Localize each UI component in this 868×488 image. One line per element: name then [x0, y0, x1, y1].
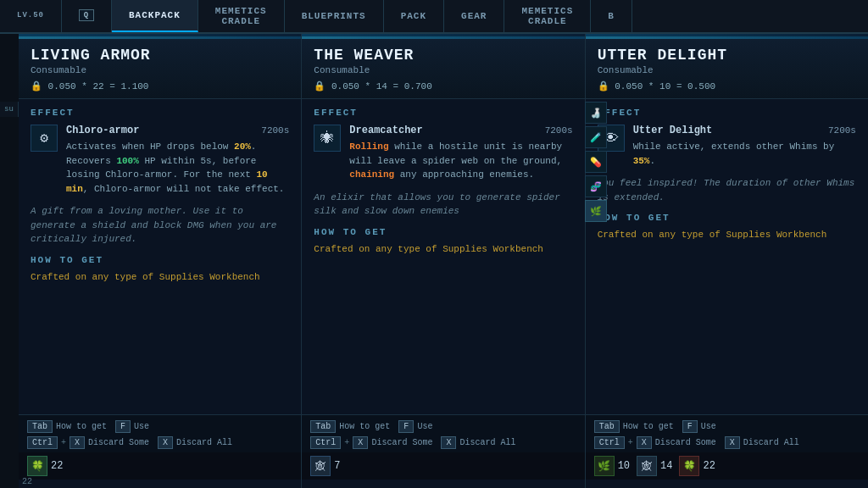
- side-item-2[interactable]: 🧪: [585, 126, 607, 148]
- effect-row-2: 🕷 Dreamcatcher 7200s Rolling while a hos…: [314, 125, 572, 182]
- count-icon-3a: 🌿: [594, 456, 615, 476]
- x-key-1b[interactable]: X: [158, 436, 173, 449]
- discard-some-label-1: Discard Some: [88, 438, 149, 447]
- highlight-chaining: chaining: [349, 169, 394, 180]
- f-key-2[interactable]: F: [398, 420, 414, 433]
- utter-delight-footer: Tab How to get F Use Ctrl + X Discard So…: [586, 414, 868, 452]
- utter-delight-duration: 7200s: [828, 125, 856, 136]
- tab-key-2[interactable]: Tab: [310, 420, 336, 433]
- side-item-3[interactable]: 💊: [585, 151, 607, 173]
- dreamcatcher-content: Dreamcatcher 7200s Rolling while a hosti…: [349, 125, 572, 182]
- nav-tab-pack[interactable]: PACK: [384, 0, 444, 32]
- side-items-strip: 🍶 🧪 💊 🧬 🌿: [585, 102, 609, 222]
- living-armor-header: LIVING ARMOR Consumable 🔒 0.050 * 22 = 1…: [19, 36, 301, 99]
- q-key: Q: [79, 9, 94, 21]
- highlight-100pct: 100%: [116, 156, 138, 166]
- utter-delight-header: UTTER DELIGHT Consumable 🔒 0.050 * 10 = …: [586, 36, 868, 99]
- plus-3: +: [628, 438, 633, 447]
- x-key-3b[interactable]: X: [725, 436, 740, 449]
- the-weaver-weight: 🔒 0.050 * 14 = 0.700: [314, 80, 572, 92]
- count-num-2: 7: [334, 460, 340, 472]
- controls-row-3a: Tab How to get F Use: [594, 420, 860, 433]
- chloro-armor-duration: 7200s: [261, 125, 289, 136]
- dreamcatcher-desc: Rolling while a hostile unit is nearby w…: [349, 140, 572, 182]
- tab-key-1[interactable]: Tab: [27, 420, 53, 433]
- side-item-5[interactable]: 🌿: [585, 200, 607, 222]
- ctrl-key-3[interactable]: Ctrl: [594, 436, 625, 449]
- x-key-3a[interactable]: X: [637, 436, 652, 449]
- card-living-armor: LIVING ARMOR Consumable 🔒 0.050 * 22 = 1…: [19, 34, 302, 488]
- nav-tab-level[interactable]: Lv.50: [0, 0, 62, 32]
- x-key-2a[interactable]: X: [353, 436, 368, 449]
- left-indicator: su: [0, 102, 19, 117]
- living-armor-counts: 🍀 22: [19, 452, 301, 480]
- highlight-35pct: 35%: [633, 156, 650, 166]
- discard-all-label-3: Discard All: [743, 438, 799, 447]
- utter-delight-effect-desc: While active, extends other Whims by 35%…: [633, 140, 856, 168]
- x-key-2b[interactable]: X: [441, 436, 456, 449]
- how-to-get-label-3: HOW TO GET: [598, 213, 856, 223]
- nav-tab-b[interactable]: B: [591, 0, 632, 32]
- living-armor-type: Consumable: [31, 65, 289, 75]
- discard-all-label-2: Discard All: [459, 438, 515, 447]
- memetics2-label: MEMETICS: [521, 6, 573, 16]
- nav-tab-blueprints[interactable]: BLUEPRINTS: [285, 0, 384, 32]
- the-weaver-footer: Tab How to get F Use Ctrl + X Discard So…: [302, 414, 584, 452]
- utter-delight-flavor: You feel inspired! The duration of other…: [598, 176, 856, 204]
- how-to-get-key-label-1: How to get: [56, 422, 107, 431]
- count-num-1: 22: [51, 460, 63, 472]
- f-key-3[interactable]: F: [682, 420, 698, 433]
- utter-delight-effect-name: Utter Delight: [633, 125, 713, 136]
- how-to-get-label-1: HOW TO GET: [31, 255, 289, 265]
- living-armor-weight: 🔒 0.050 * 22 = 1.100: [31, 80, 289, 92]
- chloro-armor-name: Chloro-armor: [66, 125, 139, 136]
- controls-row-2a: Tab How to get F Use: [310, 420, 576, 433]
- ctrl-key-2[interactable]: Ctrl: [310, 436, 341, 449]
- weight-icon-3: 🔒: [598, 81, 609, 92]
- living-armor-how-to-get: Crafted on any type of Supplies Workbenc…: [31, 272, 289, 282]
- side-item-4[interactable]: 🧬: [585, 175, 607, 197]
- nav-tab-memetics2[interactable]: MEMETICS CRADLE: [504, 0, 591, 32]
- utter-delight-how-to-get: Crafted on any type of Supplies Workbenc…: [598, 230, 856, 240]
- nav-tab-gear[interactable]: GEAR: [444, 0, 504, 32]
- utter-delight-body: EFFECT 👁 Utter Delight 7200s While activ…: [586, 99, 868, 414]
- effect-label-3: EFFECT: [598, 108, 856, 118]
- main-content: su LIVING ARMOR Consumable 🔒 0.050 * 22 …: [0, 34, 868, 488]
- nav-tab-backpack[interactable]: BACKPACK: [112, 0, 198, 32]
- the-weaver-type: Consumable: [314, 65, 572, 75]
- count-num-3a: 10: [618, 460, 630, 472]
- chloro-armor-name-row: Chloro-armor 7200s: [66, 125, 289, 136]
- memetics1-sub: CRADLE: [221, 16, 260, 26]
- f-key-1[interactable]: F: [115, 420, 131, 433]
- plus-2: +: [344, 438, 349, 447]
- utter-delight-weight: 🔒 0.050 * 10 = 0.500: [598, 80, 856, 92]
- the-weaver-body: EFFECT 🕷 Dreamcatcher 7200s Rolling whil…: [302, 99, 584, 414]
- chloro-armor-icon: ⚙: [31, 125, 58, 152]
- bottom-num-1: 22: [19, 475, 36, 488]
- nav-tab-memetics1[interactable]: MEMETICS CRADLE: [198, 0, 285, 32]
- x-key-1a[interactable]: X: [70, 436, 85, 449]
- effect-row-1: ⚙ Chloro-armor 7200s Activates when HP d…: [31, 125, 289, 196]
- blueprints-label: BLUEPRINTS: [302, 11, 366, 21]
- highlight-rolling: Rolling: [349, 141, 388, 152]
- memetics2-sub: CRADLE: [528, 16, 567, 26]
- highlight-10min: 10 min: [66, 169, 268, 194]
- count-num-3b: 14: [660, 460, 672, 472]
- controls-row-2b: Ctrl + X Discard Some X Discard All: [310, 436, 576, 449]
- tab-key-3[interactable]: Tab: [594, 420, 620, 433]
- controls-row-3b: Ctrl + X Discard Some X Discard All: [594, 436, 860, 449]
- the-weaver-title: THE WEAVER: [314, 47, 572, 64]
- ctrl-key-1[interactable]: Ctrl: [27, 436, 58, 449]
- count-box-3a: 🌿 10: [594, 456, 630, 476]
- count-box-3b: 🕸 14: [637, 456, 672, 476]
- side-item-1[interactable]: 🍶: [585, 102, 607, 124]
- nav-tab-q[interactable]: Q: [62, 0, 112, 32]
- count-num-3c: 22: [703, 460, 715, 472]
- use-label-1: Use: [134, 422, 149, 431]
- utter-delight-title: UTTER DELIGHT: [598, 47, 856, 64]
- how-to-get-key-label-3: How to get: [623, 422, 674, 431]
- card-the-weaver: THE WEAVER Consumable 🔒 0.050 * 14 = 0.7…: [302, 34, 585, 488]
- the-weaver-header: THE WEAVER Consumable 🔒 0.050 * 14 = 0.7…: [302, 36, 584, 99]
- dreamcatcher-icon: 🕷: [314, 125, 341, 152]
- top-navigation: Lv.50 Q BACKPACK MEMETICS CRADLE BLUEPRI…: [0, 0, 868, 34]
